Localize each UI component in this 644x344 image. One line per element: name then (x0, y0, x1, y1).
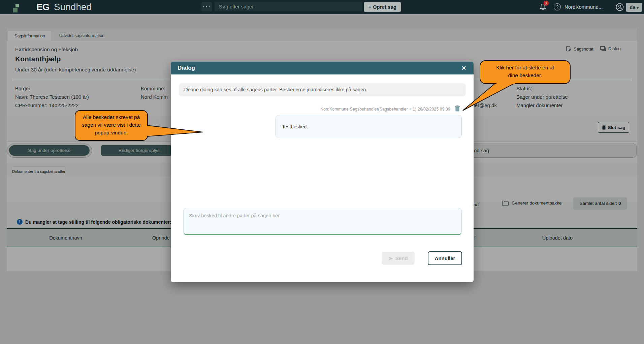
callout-delete-message: Klik her for at slette en af dine besked… (458, 57, 574, 115)
more-menu-button[interactable]: ··· (201, 2, 212, 11)
callout-messages-line2: sagen vil være vist i dette (75, 121, 148, 129)
dialog-modal: Dialog ✕ Denne dialog kan ses af alle sa… (171, 62, 474, 282)
user-organization: NordKommune... (565, 4, 603, 10)
account-icon[interactable] (616, 3, 624, 11)
message-meta: NordKommune Sagsbehandler(Sagsbehandler … (171, 107, 450, 112)
logo-square-light (15, 4, 19, 7)
send-icon: ➤ (388, 255, 393, 261)
modal-header: Dialog ✕ (171, 62, 474, 74)
callout-messages-line1: Alle beskeder skrevet på (75, 113, 148, 121)
logo-square-dark (13, 8, 18, 12)
product-name: Sundhed (54, 2, 92, 12)
notification-badge: 1 (544, 1, 549, 6)
modal-title: Dialog (178, 62, 195, 74)
callout-delete-line1: Klik her for at slette en af (480, 64, 570, 71)
help-icon[interactable]: ? (554, 3, 561, 10)
callout-messages-popup: Alle beskeder skrevet på sagen vil være … (72, 108, 207, 145)
modal-info-banner: Denne dialog kan ses af alle sagens part… (179, 83, 466, 96)
message-input[interactable] (183, 208, 462, 235)
app-header: EG Sundhed ··· + Opret sag 1 ? NordKommu… (0, 0, 644, 14)
message-bubble: Testbesked. (276, 115, 462, 138)
language-selector[interactable]: da ▾ (626, 3, 642, 12)
language-value: da (630, 4, 636, 10)
caret-down-icon: ▾ (637, 6, 639, 10)
message-text: Testbesked. (282, 124, 308, 129)
send-label: Send (395, 255, 408, 261)
annuller-button[interactable]: Annuller (428, 251, 462, 265)
callout-messages-line3: popup-vindue. (75, 129, 148, 136)
brand-logo: EG (36, 2, 49, 12)
search-input[interactable] (215, 2, 362, 11)
opret-sag-button[interactable]: + Opret sag (364, 2, 401, 12)
callout-delete-line2: dine beskeder. (480, 71, 570, 79)
send-button[interactable]: ➤ Send (382, 252, 415, 265)
